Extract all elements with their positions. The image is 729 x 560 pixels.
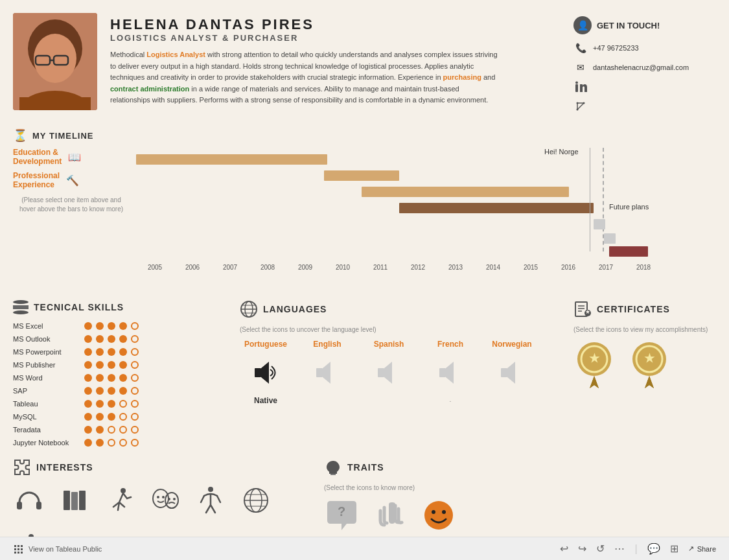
skill-dots (84, 361, 139, 369)
lang-levels: Native . (240, 396, 561, 405)
more-icon[interactable]: ⋯ (614, 542, 625, 555)
timeline-title: MY TIMELINE (32, 131, 94, 141)
svg-point-56 (162, 496, 165, 498)
person-title: LOGISTICS ANALYST & PURCHASER (110, 33, 561, 43)
languages-title: LANGUAGES (263, 304, 327, 314)
svg-marker-47 (645, 376, 654, 388)
interest-travel[interactable] (240, 484, 272, 519)
cert-badge-2[interactable]: ★ (629, 340, 671, 390)
social-row[interactable] (573, 99, 716, 113)
svg-point-55 (157, 496, 159, 498)
expand-icon[interactable]: ⊞ (670, 542, 678, 555)
gantt-bar-6[interactable] (604, 233, 616, 244)
skill-dots (84, 374, 139, 382)
timeline-section: ⏳ MY TIMELINE Education &Development 📖 P… (0, 125, 729, 294)
refresh-icon[interactable]: ↺ (596, 542, 605, 555)
email-address: dantashelenacruz@gmail.com (593, 64, 689, 71)
lang-norwegian: Norwegian (486, 340, 538, 349)
svg-rect-75 (21, 545, 23, 547)
certificate-icon (573, 300, 592, 318)
undo-icon[interactable]: ↩ (560, 542, 568, 555)
svg-rect-26 (378, 368, 384, 377)
svg-point-59 (173, 498, 176, 500)
lang-icon-spanish[interactable] (363, 356, 415, 393)
interest-reading[interactable] (58, 484, 91, 519)
cert-badge-1[interactable]: ★ (573, 340, 616, 390)
divider: | (634, 543, 637, 555)
gantt-bar-5[interactable] (594, 219, 605, 229)
traits-icon (324, 458, 342, 476)
phone-icon: 📞 (573, 41, 588, 55)
email-row: ✉ dantashelenacruz@gmail.com (573, 60, 716, 75)
svg-text:?: ? (338, 504, 345, 519)
svg-rect-9 (575, 84, 578, 92)
skill-dots (84, 387, 139, 395)
timeline-container: Education &Development 📖 ProfessionalExp… (13, 148, 716, 287)
gantt-bar-1[interactable] (136, 154, 327, 165)
svg-rect-52 (79, 491, 86, 510)
nav-experience[interactable]: ProfessionalExperience 🔨 (13, 171, 130, 189)
svg-rect-74 (17, 545, 19, 547)
trait-icon-1[interactable]: ? (324, 498, 360, 535)
lang-icon-english[interactable] (301, 356, 353, 393)
share-button[interactable]: ↗ Share (688, 544, 716, 553)
skills-list: MS Excel MS Outlook MS Powerpoint MS Pub… (13, 322, 227, 447)
exp-label: ProfessionalExperience (13, 171, 60, 189)
exp-icon: 🔨 (65, 172, 80, 188)
skill-row: MS Outlook (13, 335, 227, 343)
footer-right: ↩ ↪ ↺ ⋯ | 💬 ⊞ ↗ Share (560, 542, 716, 555)
interest-music[interactable] (13, 484, 45, 519)
bottom-panels: TECNICAL SKILLS MS Excel MS Outlook MS P… (0, 294, 729, 458)
gantt-bar-7[interactable] (609, 246, 648, 257)
timeline-hint: (Please select one item above and hover … (13, 196, 130, 214)
interest-sports[interactable] (104, 484, 136, 519)
skill-row: MS Word (13, 374, 227, 382)
level-english (301, 396, 353, 405)
lang-icon-french[interactable] (424, 356, 476, 393)
lang-icon-portuguese[interactable] (240, 356, 292, 393)
skill-dots (84, 439, 139, 447)
skill-dots (84, 413, 139, 421)
nav-education[interactable]: Education &Development 📖 (13, 148, 130, 166)
svg-rect-8 (19, 97, 91, 110)
trait-icon-2[interactable] (373, 498, 408, 535)
skill-row: MS Publisher (13, 361, 227, 369)
hourglass-icon: ⏳ (13, 128, 27, 143)
phone-row: 📞 +47 96725233 (573, 41, 716, 55)
skill-row: SAP (13, 387, 227, 395)
email-icon: ✉ (573, 60, 588, 75)
gantt-bar-3[interactable] (362, 187, 569, 197)
contact-icon: 👤 (573, 16, 592, 34)
skill-dots (84, 426, 139, 434)
footer-left: View on Tableau Public (13, 544, 102, 554)
timeline-header: ⏳ MY TIMELINE (13, 128, 716, 143)
svg-line-16 (577, 103, 584, 110)
skill-dots (84, 322, 139, 330)
lang-subtitle: (Select the icons to uncover the languag… (240, 326, 561, 333)
svg-point-10 (575, 82, 578, 84)
trait-icons: ? (324, 498, 716, 535)
share-icon: ↗ (688, 544, 694, 553)
comment-icon[interactable]: 💬 (647, 542, 660, 555)
highlight-contract: contract administration (110, 85, 189, 93)
timeline-nav: Education &Development 📖 ProfessionalExp… (13, 148, 136, 287)
gantt-bar-4[interactable] (399, 203, 594, 213)
languages-panel: LANGUAGES (Select the icons to uncover t… (240, 300, 561, 452)
level-norwegian (486, 396, 538, 405)
skills-header: TECNICAL SKILLS (13, 300, 227, 314)
svg-point-72 (442, 510, 446, 514)
tableau-label[interactable]: View on Tableau Public (29, 545, 102, 553)
edu-label: Education &Development (13, 148, 62, 166)
interest-fitness[interactable] (194, 484, 227, 519)
trait-icon-3[interactable] (421, 498, 457, 535)
linkedin-row[interactable] (573, 80, 716, 94)
svg-marker-42 (590, 376, 599, 388)
social-icon (573, 99, 588, 113)
redo-icon[interactable]: ↪ (578, 542, 586, 555)
linkedin-icon (573, 80, 588, 94)
gantt-bar-2[interactable] (324, 170, 399, 181)
gantt-wrapper: Hei! Norge Future plans 2005 2006 2007 2… (136, 148, 716, 271)
lang-icon-norwegian[interactable] (486, 356, 538, 393)
interest-arts[interactable] (149, 484, 181, 519)
skill-dots (84, 400, 139, 408)
